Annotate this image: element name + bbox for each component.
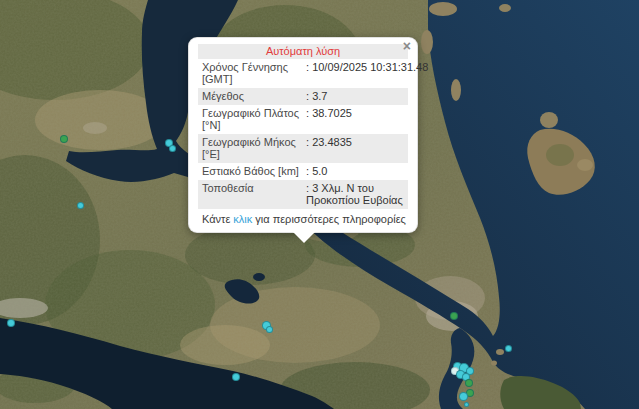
event-marker[interactable] <box>77 202 84 209</box>
row-label: Εστιακό Βάθος [km] <box>198 164 304 179</box>
event-marker[interactable] <box>232 373 240 381</box>
popup-table: Χρόνος Γέννησης [GMT] 10/09/2025 10:31:3… <box>198 59 408 209</box>
row-value: 38.7025 <box>304 106 408 133</box>
popup-footer: Κάντεκλικγια περισσότερες πληροφορίες <box>198 209 408 226</box>
footer-text-pre: Κάντε <box>202 213 230 225</box>
popup-row-location: Τοποθεσία 3 Χλμ. N του Προκοπίου Ευβοίας <box>198 180 408 209</box>
popup-row-origin-time: Χρόνος Γέννησης [GMT] 10/09/2025 10:31:3… <box>198 59 408 88</box>
row-value: 5.0 <box>304 164 408 179</box>
footer-text-post: για περισσότερες πληροφορίες <box>255 213 406 225</box>
map-canvas[interactable]: × Αυτόματη λύση Χρόνος Γέννησης [GMT] 10… <box>0 0 639 409</box>
popup-row-depth: Εστιακό Βάθος [km] 5.0 <box>198 163 408 180</box>
row-label: Μέγεθος <box>198 89 304 104</box>
event-popup: × Αυτόματη λύση Χρόνος Γέννησης [GMT] 10… <box>188 37 418 233</box>
row-label: Γεωγραφικό Μήκος [°E] <box>198 135 304 162</box>
row-label: Γεωγραφικό Πλάτος [°N] <box>198 106 304 133</box>
popup-title: Αυτόματη λύση <box>198 44 408 59</box>
popup-row-magnitude: Μέγεθος 3.7 <box>198 88 408 105</box>
event-marker[interactable] <box>464 402 469 407</box>
more-info-link[interactable]: κλικ <box>233 213 252 225</box>
event-marker[interactable] <box>266 326 273 333</box>
close-icon[interactable]: × <box>403 38 411 54</box>
event-marker[interactable] <box>505 345 512 352</box>
event-marker[interactable] <box>459 392 468 401</box>
event-marker[interactable] <box>7 319 15 327</box>
row-value: 3.7 <box>304 89 408 104</box>
event-marker[interactable] <box>169 145 176 152</box>
row-value: 10/09/2025 10:31:31.48 <box>304 60 430 87</box>
row-label: Τοποθεσία <box>198 181 304 208</box>
popup-tail <box>292 231 316 243</box>
row-value: 3 Χλμ. N του Προκοπίου Ευβοίας <box>304 181 408 208</box>
row-value: 23.4835 <box>304 135 408 162</box>
popup-row-longitude: Γεωγραφικό Μήκος [°E] 23.4835 <box>198 134 408 163</box>
event-marker[interactable] <box>465 379 473 387</box>
popup-row-latitude: Γεωγραφικό Πλάτος [°N] 38.7025 <box>198 105 408 134</box>
row-label: Χρόνος Γέννησης [GMT] <box>198 60 304 87</box>
event-marker[interactable] <box>450 312 458 320</box>
event-marker[interactable] <box>60 135 68 143</box>
